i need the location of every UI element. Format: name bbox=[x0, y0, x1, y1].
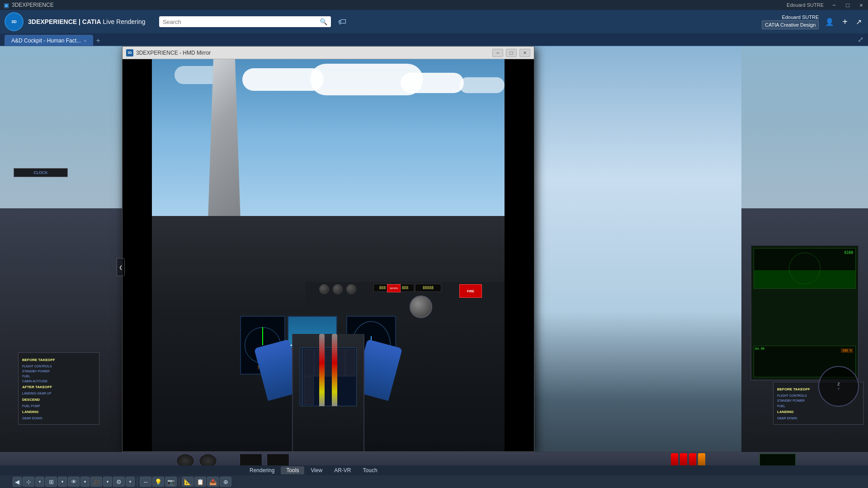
bottom-toolbar: 44.5 44.5 Rendering Tools View AR-VR Tou… bbox=[0, 452, 868, 488]
right-check-4: GEAR DOWN bbox=[777, 416, 859, 421]
right-nav-display: 6100 bbox=[754, 248, 856, 289]
app-title-product: CATIA bbox=[82, 18, 101, 25]
tab-main[interactable]: A&D Cockpit - Human Fact... × bbox=[5, 35, 93, 46]
hmd-left-black bbox=[123, 59, 152, 451]
tool-view-dropdown[interactable]: ▼ bbox=[80, 477, 90, 487]
right-landing-header: LANDING bbox=[777, 409, 859, 415]
right-compass-display: Z↑ bbox=[818, 366, 859, 407]
minimize-button[interactable]: − bbox=[831, 2, 837, 8]
warning-btn-fire: FIRE bbox=[459, 284, 482, 298]
tool-render-dropdown[interactable]: ▼ bbox=[103, 477, 112, 487]
title-bar-right: Edouard SUTRE − □ × bbox=[787, 2, 864, 8]
checklist-item-2: STANDBY POWER bbox=[22, 369, 95, 374]
throttle-lever-1 bbox=[319, 334, 325, 406]
compass-circle: Z↑ bbox=[818, 366, 859, 407]
catia-label: CATIA Creative Design bbox=[762, 20, 819, 29]
tool-extra[interactable]: ⊕ bbox=[220, 477, 231, 487]
icon-toolbar: ◀ ⊹ ▼ ⊞ ▼ 👁 ▼ 🎥 ▼ ⚙ ▼ ↔ 💡 📷 📐 📋 📤 ⊕ bbox=[0, 475, 868, 488]
share-icon-button[interactable]: ↗ bbox=[854, 16, 863, 28]
menu-tools[interactable]: Tools bbox=[281, 466, 304, 474]
title-bar-app-icon: ▣ bbox=[4, 2, 9, 9]
checklist-after-takeoff: AFTER TAKEOFF bbox=[22, 385, 95, 390]
menu-ar-vr[interactable]: AR-VR bbox=[329, 466, 356, 474]
tool-settings-dropdown[interactable]: ▼ bbox=[126, 477, 135, 487]
hmd-maximize-button[interactable]: □ bbox=[506, 49, 517, 57]
hmd-instrument-panel: 888 888 88888 WARN FIRE bbox=[152, 216, 505, 451]
app-logo: 3D bbox=[5, 12, 24, 31]
tab-close-icon[interactable]: × bbox=[84, 38, 86, 43]
expand-button[interactable]: ⤢ bbox=[858, 35, 863, 44]
tool-settings[interactable]: ⚙ bbox=[113, 477, 125, 487]
tool-render[interactable]: 🎥 bbox=[90, 477, 102, 487]
tool-light[interactable]: 💡 bbox=[152, 477, 164, 487]
clock-label: CLOCK bbox=[33, 170, 47, 175]
search-input[interactable] bbox=[163, 19, 320, 25]
main-content: CLOCK BEFORE TAKEOFF FLIGHT CONTROLS STA… bbox=[0, 46, 868, 488]
tab-add-button[interactable]: + bbox=[93, 37, 103, 45]
right-sky bbox=[741, 46, 868, 229]
hmd-icon-text: 3D bbox=[128, 51, 132, 54]
tag-button[interactable]: 🏷 bbox=[338, 17, 346, 27]
throttle-console bbox=[315, 334, 342, 415]
checklist-item-6: FUEL PUMP bbox=[22, 404, 95, 408]
hmd-cockpit-view: 888 888 88888 WARN FIRE bbox=[152, 59, 505, 451]
tool-cursor-dropdown[interactable]: ▼ bbox=[35, 477, 44, 487]
tool-measure[interactable]: 📐 bbox=[182, 477, 193, 487]
maximize-button[interactable]: □ bbox=[844, 2, 851, 8]
add-icon-button[interactable]: + bbox=[840, 15, 849, 29]
search-icon-button[interactable]: 🔍 bbox=[320, 18, 327, 25]
cloud-3 bbox=[401, 73, 464, 93]
title-bar: ▣ 3DEXPERIENCE Edouard SUTRE − □ × bbox=[0, 0, 868, 10]
tool-camera[interactable]: 📷 bbox=[165, 477, 177, 487]
sep-1 bbox=[137, 477, 137, 486]
menu-view[interactable]: View bbox=[305, 466, 328, 474]
title-bar-user-name: Edouard SUTRE bbox=[787, 2, 824, 8]
hmd-close-button[interactable]: × bbox=[519, 49, 530, 57]
tool-annotate[interactable]: 📋 bbox=[194, 477, 206, 487]
menu-touch[interactable]: Touch bbox=[358, 466, 383, 474]
right-100-label: 100 % bbox=[841, 348, 853, 353]
right-fmc-text: 04.99 bbox=[754, 346, 855, 352]
title-bar-app-name: 3DEXPERIENCE bbox=[12, 2, 54, 8]
nav-arrow-left[interactable]: ❮ bbox=[117, 258, 125, 276]
tool-view[interactable]: 👁 bbox=[68, 477, 80, 487]
rkey-1 bbox=[304, 349, 314, 377]
right-display-green bbox=[754, 270, 855, 288]
left-clock-panel: CLOCK bbox=[14, 168, 68, 177]
checklist-descend: DESCEND bbox=[22, 397, 95, 403]
menu-rendering[interactable]: Rendering bbox=[244, 466, 280, 474]
cloud-5 bbox=[459, 77, 505, 93]
checklist-item-7: GEAR DOWN bbox=[22, 416, 95, 421]
tab-label: A&D Cockpit - Human Fact... bbox=[11, 38, 81, 44]
checklist-landing: LANDING bbox=[22, 409, 95, 415]
right-instrument-display: 6100 04.99 100 % bbox=[750, 245, 859, 380]
app-title: 3DEXPERIENCE | CATIA Live Rendering bbox=[28, 18, 146, 25]
hmd-content: 888 888 88888 WARN FIRE bbox=[123, 59, 534, 451]
user-info: Edouard SUTRE CATIA Creative Design bbox=[762, 14, 819, 29]
close-button[interactable]: × bbox=[858, 2, 864, 8]
scroll-left-btn[interactable]: ◀ bbox=[13, 477, 22, 487]
app-logo-text: 3D bbox=[11, 19, 17, 24]
tool-move[interactable]: ↔ bbox=[140, 477, 151, 487]
throttle-lever-2 bbox=[332, 334, 337, 406]
tab-bar: A&D Cockpit - Human Fact... × + bbox=[0, 33, 868, 46]
hmd-titlebar: 3D 3DEXPERIENCE - HMD Mirror − □ × bbox=[123, 47, 534, 59]
hmd-minimize-button[interactable]: − bbox=[492, 49, 503, 57]
catia-selector[interactable]: CATIA Creative Design bbox=[762, 20, 819, 29]
nav-arrow-icon: ❮ bbox=[119, 265, 123, 270]
checklist-item-4: CABIN ALTITUDE bbox=[22, 379, 95, 384]
tool-cursor[interactable]: ⊹ bbox=[23, 477, 34, 487]
user-icon-button[interactable]: 👤 bbox=[823, 16, 836, 28]
app-title-separator: | bbox=[79, 18, 82, 25]
overhead-knob-3 bbox=[346, 284, 356, 294]
right-panel: 6100 04.99 100 % BEFORE TAKEOFF FLIGHT C… bbox=[741, 46, 868, 452]
main-toolbar: 3D 3DEXPERIENCE | CATIA Live Rendering 🔍… bbox=[0, 10, 868, 33]
rkey-5 bbox=[345, 349, 355, 377]
tool-select-dropdown[interactable]: ▼ bbox=[58, 477, 67, 487]
sep-2 bbox=[179, 477, 179, 486]
hmd-sky bbox=[152, 59, 505, 216]
app-module-text: Live Rendering bbox=[103, 18, 145, 25]
tool-select[interactable]: ⊞ bbox=[45, 477, 57, 487]
search-bar[interactable]: 🔍 bbox=[159, 16, 331, 27]
tool-export[interactable]: 📤 bbox=[207, 477, 219, 487]
